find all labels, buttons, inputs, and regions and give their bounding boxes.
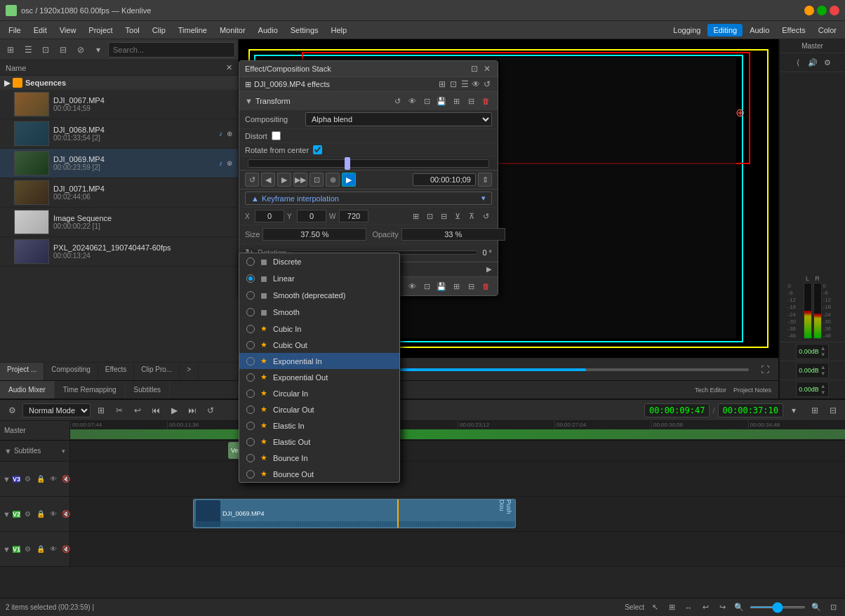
interp-cubic-out[interactable]: ★ Cubic Out (239, 337, 399, 353)
close-button[interactable] (830, 6, 839, 15)
select-tool-btn[interactable]: ↖ (648, 601, 661, 614)
project-filter2-btn[interactable]: ⊘ (73, 42, 88, 58)
tab-clip-properties[interactable]: Clip Pro... (134, 363, 180, 380)
w-input[interactable] (339, 210, 368, 222)
interp-exponential-out[interactable]: ★ Exponential Out (239, 369, 399, 385)
preview-fullscreen[interactable]: ⛶ (757, 362, 773, 377)
project-list-btn[interactable]: ☰ (20, 42, 36, 58)
align-icon-3[interactable]: ⊟ (437, 210, 450, 222)
project-view-btn[interactable]: ⊞ (3, 42, 18, 58)
fade-icon-3[interactable]: ⊞ (450, 280, 463, 293)
mode-audio[interactable]: Audio (744, 24, 775, 36)
interp-bounce-out[interactable]: ★ Bounce Out (239, 466, 399, 482)
list-item[interactable]: DJI_0067.MP4 00:00:14;59 (0, 90, 238, 119)
tab-compositing[interactable]: Compositing (44, 363, 98, 380)
track-v3-visible[interactable]: 👁 (48, 474, 59, 485)
mode-editing[interactable]: Editing (707, 24, 743, 36)
transform-eye[interactable]: 👁 (406, 95, 418, 107)
subtitles-arrow[interactable]: ▾ (62, 448, 65, 455)
menu-monitor[interactable]: Monitor (214, 24, 251, 36)
transform-icon-3[interactable]: 💾 (435, 95, 448, 107)
project-notes-btn[interactable]: Project Notes (731, 382, 774, 398)
L-db-up[interactable]: ▲ (820, 345, 826, 351)
list-item[interactable]: Image Sequence 00:00:00;22 [1] (0, 208, 238, 237)
skip-start-btn[interactable]: ⏮ (148, 403, 164, 418)
subtitles-expand[interactable]: ▼ (4, 447, 12, 455)
track-v2-settings[interactable]: ⚙ (22, 509, 34, 520)
track-add-btn[interactable]: ⊞ (93, 403, 109, 418)
time-dropdown-btn[interactable]: ▾ (786, 403, 801, 418)
kf-duplicate[interactable]: ⊡ (310, 173, 324, 187)
tab-more[interactable]: > (180, 363, 199, 380)
track-v2-visible[interactable]: 👁 (48, 509, 59, 520)
list-item[interactable]: PXL_20240621_190740447-60fps 00:00:13;24 (0, 237, 238, 267)
project-filter-btn[interactable]: ⊟ (55, 42, 71, 58)
size-input[interactable] (262, 228, 366, 241)
opacity-input[interactable] (401, 228, 505, 241)
transform-icon-4[interactable]: ⊞ (450, 95, 463, 107)
interp-exponential-in[interactable]: ★ Exponential In (239, 353, 399, 369)
kf-active-btn[interactable]: ▶ (342, 173, 356, 187)
tab-time-remapping[interactable]: Time Remapping (55, 381, 126, 399)
skip-end-btn[interactable]: ⏭ (185, 403, 200, 418)
menu-timeline[interactable]: Timeline (173, 24, 213, 36)
interp-elastic-in[interactable]: ★ Elastic In (239, 417, 399, 434)
fade-icon-4[interactable]: ⊟ (465, 280, 477, 293)
fit-btn[interactable]: ⊡ (827, 601, 839, 614)
file-icon-eye[interactable]: 👁 (471, 79, 481, 89)
interp-cubic-in[interactable]: ★ Cubic In (239, 321, 399, 337)
keyframe-thumb[interactable] (345, 157, 350, 170)
track-v1-expand[interactable]: ▼ (3, 545, 11, 554)
reset-icon[interactable]: ↺ (479, 210, 492, 222)
track-v1-settings[interactable]: ⚙ (22, 544, 34, 555)
rotate-from-center-checkbox[interactable] (313, 145, 322, 154)
L-db-down[interactable]: ▼ (820, 351, 826, 358)
loop-btn[interactable]: ↺ (203, 403, 218, 418)
align-icon-1[interactable]: ⊞ (409, 210, 422, 222)
slip-btn[interactable]: ↩ (699, 601, 712, 614)
fade-delete[interactable]: 🗑 (479, 280, 492, 293)
R-db-down[interactable]: ▼ (820, 370, 826, 377)
menu-edit[interactable]: Edit (28, 24, 53, 36)
project-filter3-btn[interactable]: ▾ (91, 42, 106, 58)
track-v2-expand[interactable]: ▼ (3, 510, 11, 518)
tab-audio-mixer[interactable]: Audio Mixer (0, 381, 55, 399)
razor-btn[interactable]: ✂ (112, 403, 127, 418)
x-input[interactable] (255, 210, 284, 222)
interp-elastic-out[interactable]: ★ Elastic Out (239, 434, 399, 450)
menu-file[interactable]: File (3, 24, 27, 36)
R-db-arrows[interactable]: ▲ ▼ (820, 364, 826, 377)
zoom-in-btn[interactable]: 🔍 (810, 601, 823, 614)
timeline-right-btn2[interactable]: ⊟ (825, 403, 841, 418)
track-v3-settings[interactable]: ⚙ (22, 474, 34, 485)
maximize-button[interactable] (817, 6, 827, 15)
transform-icon-2[interactable]: ⊡ (420, 95, 433, 107)
menu-audio[interactable]: Audio (253, 24, 284, 36)
timeline-settings-btn[interactable]: ⚙ (4, 403, 20, 418)
search-input[interactable] (108, 42, 235, 58)
zoom-out-btn[interactable]: 🔍 (733, 601, 745, 614)
clip-dji-0069[interactable]: DJI_0069.MP4 Push Dou (193, 499, 516, 528)
mode-logging[interactable]: Logging (667, 24, 706, 36)
interp-smooth[interactable]: ◼ Smooth (239, 304, 399, 321)
audio-expand-btn[interactable]: ⟨ (792, 56, 804, 69)
interp-smooth-deprecated[interactable]: ◼ Smooth (deprecated) (239, 287, 399, 304)
track-v2-lock[interactable]: 🔒 (35, 509, 46, 520)
master-db-up[interactable]: ▲ (820, 383, 826, 389)
zoom-slider[interactable] (750, 606, 806, 608)
fade-icon-2[interactable]: 💾 (435, 280, 448, 293)
interp-linear[interactable]: ◼ Linear (239, 270, 399, 287)
compositing-select[interactable]: Alpha blend (305, 112, 492, 126)
audio-settings-btn[interactable]: ⚙ (821, 56, 834, 69)
list-item[interactable]: DJI_0069.MP4 00:00:23;59 [2] ♪ ⊕ (0, 149, 238, 178)
align-icon-2[interactable]: ⊡ (423, 210, 436, 222)
align-icon-4[interactable]: ⊻ (451, 210, 464, 222)
interp-circular-out[interactable]: ★ Circular Out (239, 401, 399, 417)
menu-view[interactable]: View (54, 24, 82, 36)
fade-eye[interactable]: 👁 (406, 280, 418, 293)
tab-effects[interactable]: Effects (98, 363, 134, 380)
menu-project[interactable]: Project (83, 24, 118, 36)
track-v1-visible[interactable]: 👁 (48, 544, 59, 555)
effect-close-btn[interactable]: ✕ (482, 64, 492, 74)
distort-checkbox[interactable] (272, 131, 281, 140)
